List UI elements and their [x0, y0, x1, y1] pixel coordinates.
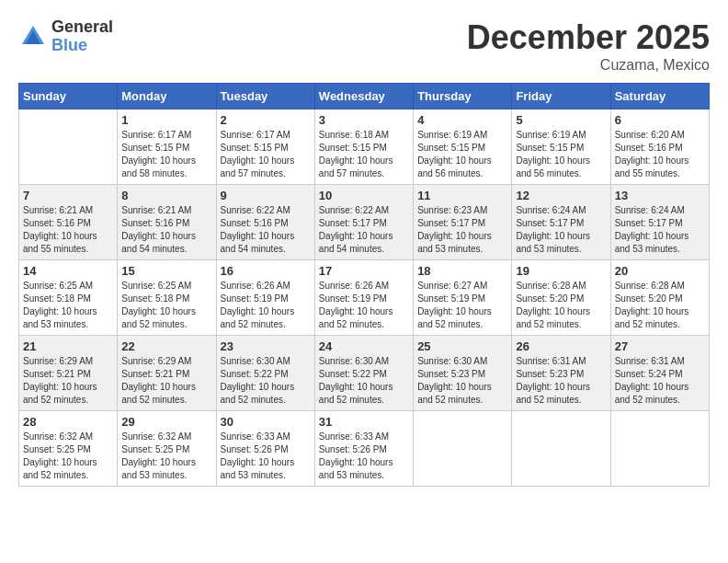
- day-number: 19: [516, 264, 606, 278]
- calendar-cell: 31Sunrise: 6:33 AM Sunset: 5:26 PM Dayli…: [314, 411, 413, 487]
- header-monday: Monday: [118, 84, 216, 109]
- day-number: 30: [221, 415, 311, 429]
- day-info: Sunrise: 6:28 AM Sunset: 5:20 PM Dayligh…: [516, 280, 606, 331]
- day-number: 14: [23, 264, 113, 278]
- day-number: 16: [221, 264, 311, 278]
- day-info: Sunrise: 6:32 AM Sunset: 5:25 PM Dayligh…: [23, 431, 113, 482]
- month-title: December 2025: [467, 18, 710, 57]
- day-info: Sunrise: 6:19 AM Sunset: 5:15 PM Dayligh…: [417, 129, 507, 180]
- calendar-cell: 6Sunrise: 6:20 AM Sunset: 5:16 PM Daylig…: [610, 109, 709, 185]
- calendar-cell: 9Sunrise: 6:22 AM Sunset: 5:16 PM Daylig…: [216, 185, 314, 260]
- calendar-cell: [19, 109, 118, 185]
- calendar-cell: 29Sunrise: 6:32 AM Sunset: 5:25 PM Dayli…: [118, 411, 216, 487]
- header-tuesday: Tuesday: [216, 84, 314, 109]
- day-info: Sunrise: 6:33 AM Sunset: 5:26 PM Dayligh…: [221, 431, 311, 482]
- header-friday: Friday: [512, 84, 610, 109]
- calendar-cell: 1Sunrise: 6:17 AM Sunset: 5:15 PM Daylig…: [118, 109, 216, 185]
- location: Cuzama, Mexico: [467, 57, 710, 74]
- calendar-week-4: 21Sunrise: 6:29 AM Sunset: 5:21 PM Dayli…: [19, 336, 710, 411]
- day-info: Sunrise: 6:25 AM Sunset: 5:18 PM Dayligh…: [121, 280, 211, 331]
- day-info: Sunrise: 6:24 AM Sunset: 5:17 PM Dayligh…: [615, 204, 705, 256]
- calendar-cell: [512, 411, 610, 487]
- calendar-cell: 17Sunrise: 6:26 AM Sunset: 5:19 PM Dayli…: [314, 260, 413, 336]
- logo-general: General: [51, 18, 113, 37]
- day-number: 21: [23, 339, 113, 353]
- day-info: Sunrise: 6:22 AM Sunset: 5:17 PM Dayligh…: [319, 204, 409, 256]
- day-number: 10: [319, 189, 409, 202]
- calendar-week-3: 14Sunrise: 6:25 AM Sunset: 5:18 PM Dayli…: [19, 260, 710, 336]
- header-sunday: Sunday: [19, 84, 118, 109]
- day-number: 28: [23, 415, 113, 429]
- day-number: 18: [417, 264, 507, 278]
- day-info: Sunrise: 6:26 AM Sunset: 5:19 PM Dayligh…: [221, 280, 311, 331]
- day-info: Sunrise: 6:17 AM Sunset: 5:15 PM Dayligh…: [221, 129, 311, 180]
- day-number: 17: [319, 264, 409, 278]
- day-number: 13: [615, 189, 705, 202]
- calendar-cell: [610, 411, 709, 487]
- calendar-cell: 16Sunrise: 6:26 AM Sunset: 5:19 PM Dayli…: [216, 260, 314, 336]
- calendar-cell: 19Sunrise: 6:28 AM Sunset: 5:20 PM Dayli…: [512, 260, 610, 336]
- calendar-week-1: 1Sunrise: 6:17 AM Sunset: 5:15 PM Daylig…: [19, 109, 710, 185]
- day-number: 15: [121, 264, 211, 278]
- day-number: 1: [121, 113, 211, 127]
- day-number: 9: [221, 189, 311, 202]
- calendar-cell: 25Sunrise: 6:30 AM Sunset: 5:23 PM Dayli…: [414, 336, 512, 411]
- day-info: Sunrise: 6:31 AM Sunset: 5:24 PM Dayligh…: [615, 355, 705, 407]
- day-info: Sunrise: 6:18 AM Sunset: 5:15 PM Dayligh…: [319, 129, 409, 180]
- calendar-cell: 11Sunrise: 6:23 AM Sunset: 5:17 PM Dayli…: [414, 185, 512, 260]
- day-info: Sunrise: 6:30 AM Sunset: 5:23 PM Dayligh…: [417, 355, 507, 407]
- calendar-cell: 7Sunrise: 6:21 AM Sunset: 5:16 PM Daylig…: [19, 185, 118, 260]
- calendar-cell: 18Sunrise: 6:27 AM Sunset: 5:19 PM Dayli…: [414, 260, 512, 336]
- day-number: 31: [319, 415, 409, 429]
- day-info: Sunrise: 6:20 AM Sunset: 5:16 PM Dayligh…: [615, 129, 705, 180]
- calendar-cell: [414, 411, 512, 487]
- calendar-cell: 14Sunrise: 6:25 AM Sunset: 5:18 PM Dayli…: [19, 260, 118, 336]
- calendar-week-5: 28Sunrise: 6:32 AM Sunset: 5:25 PM Dayli…: [19, 411, 710, 487]
- day-number: 4: [417, 113, 507, 127]
- calendar-cell: 8Sunrise: 6:21 AM Sunset: 5:16 PM Daylig…: [118, 185, 216, 260]
- header-wednesday: Wednesday: [314, 84, 413, 109]
- day-info: Sunrise: 6:19 AM Sunset: 5:15 PM Dayligh…: [516, 129, 606, 180]
- day-number: 6: [615, 113, 705, 127]
- day-info: Sunrise: 6:27 AM Sunset: 5:19 PM Dayligh…: [417, 280, 507, 331]
- calendar-cell: 2Sunrise: 6:17 AM Sunset: 5:15 PM Daylig…: [216, 109, 314, 185]
- calendar-week-2: 7Sunrise: 6:21 AM Sunset: 5:16 PM Daylig…: [19, 185, 710, 260]
- day-number: 23: [221, 339, 311, 353]
- calendar-cell: 3Sunrise: 6:18 AM Sunset: 5:15 PM Daylig…: [314, 109, 413, 185]
- day-number: 20: [615, 264, 705, 278]
- day-info: Sunrise: 6:32 AM Sunset: 5:25 PM Dayligh…: [121, 431, 211, 482]
- calendar-cell: 13Sunrise: 6:24 AM Sunset: 5:17 PM Dayli…: [610, 185, 709, 260]
- title-block: December 2025 Cuzama, Mexico: [467, 18, 710, 74]
- header-thursday: Thursday: [414, 84, 512, 109]
- calendar-cell: 20Sunrise: 6:28 AM Sunset: 5:20 PM Dayli…: [610, 260, 709, 336]
- day-info: Sunrise: 6:30 AM Sunset: 5:22 PM Dayligh…: [221, 355, 311, 407]
- day-info: Sunrise: 6:21 AM Sunset: 5:16 PM Dayligh…: [23, 204, 113, 256]
- calendar-cell: 5Sunrise: 6:19 AM Sunset: 5:15 PM Daylig…: [512, 109, 610, 185]
- day-number: 29: [121, 415, 211, 429]
- day-info: Sunrise: 6:31 AM Sunset: 5:23 PM Dayligh…: [516, 355, 606, 407]
- calendar-cell: 15Sunrise: 6:25 AM Sunset: 5:18 PM Dayli…: [118, 260, 216, 336]
- calendar-cell: 12Sunrise: 6:24 AM Sunset: 5:17 PM Dayli…: [512, 185, 610, 260]
- logo: General Blue: [18, 18, 113, 55]
- calendar-cell: 4Sunrise: 6:19 AM Sunset: 5:15 PM Daylig…: [414, 109, 512, 185]
- day-info: Sunrise: 6:29 AM Sunset: 5:21 PM Dayligh…: [23, 355, 113, 407]
- day-number: 25: [417, 339, 507, 353]
- day-number: 24: [319, 339, 409, 353]
- logo-blue: Blue: [51, 37, 113, 55]
- calendar-cell: 26Sunrise: 6:31 AM Sunset: 5:23 PM Dayli…: [512, 336, 610, 411]
- day-number: 11: [417, 189, 507, 202]
- calendar-cell: 27Sunrise: 6:31 AM Sunset: 5:24 PM Dayli…: [610, 336, 709, 411]
- day-info: Sunrise: 6:23 AM Sunset: 5:17 PM Dayligh…: [417, 204, 507, 256]
- day-info: Sunrise: 6:29 AM Sunset: 5:21 PM Dayligh…: [121, 355, 211, 407]
- calendar-cell: 30Sunrise: 6:33 AM Sunset: 5:26 PM Dayli…: [216, 411, 314, 487]
- calendar-cell: 21Sunrise: 6:29 AM Sunset: 5:21 PM Dayli…: [19, 336, 118, 411]
- logo-icon: [18, 22, 48, 52]
- day-info: Sunrise: 6:30 AM Sunset: 5:22 PM Dayligh…: [319, 355, 409, 407]
- day-number: 26: [516, 339, 606, 353]
- day-number: 3: [319, 113, 409, 127]
- day-info: Sunrise: 6:25 AM Sunset: 5:18 PM Dayligh…: [23, 280, 113, 331]
- calendar-cell: 23Sunrise: 6:30 AM Sunset: 5:22 PM Dayli…: [216, 336, 314, 411]
- day-number: 12: [516, 189, 606, 202]
- day-info: Sunrise: 6:21 AM Sunset: 5:16 PM Dayligh…: [121, 204, 211, 256]
- day-info: Sunrise: 6:28 AM Sunset: 5:20 PM Dayligh…: [615, 280, 705, 331]
